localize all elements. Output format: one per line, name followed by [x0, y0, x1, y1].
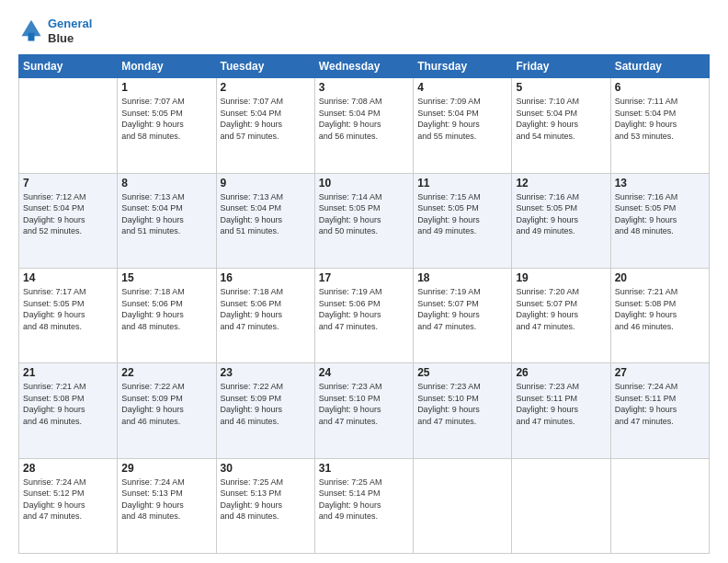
day-info: Sunrise: 7:19 AM Sunset: 5:07 PM Dayligh…	[417, 286, 507, 332]
day-number: 3	[319, 81, 409, 94]
calendar-cell: 28Sunrise: 7:24 AM Sunset: 5:12 PM Dayli…	[19, 458, 118, 553]
day-info: Sunrise: 7:23 AM Sunset: 5:10 PM Dayligh…	[319, 381, 409, 427]
day-number: 17	[319, 271, 409, 284]
header-col-sunday: Sunday	[19, 55, 118, 78]
day-info: Sunrise: 7:24 AM Sunset: 5:13 PM Dayligh…	[121, 477, 211, 523]
calendar-cell: 5Sunrise: 7:10 AM Sunset: 5:04 PM Daylig…	[512, 78, 610, 173]
calendar-cell: 30Sunrise: 7:25 AM Sunset: 5:13 PM Dayli…	[216, 458, 314, 553]
calendar-table: SundayMondayTuesdayWednesdayThursdayFrid…	[18, 54, 710, 554]
calendar-cell: 6Sunrise: 7:11 AM Sunset: 5:04 PM Daylig…	[610, 78, 709, 173]
day-number: 11	[417, 177, 507, 190]
day-number: 16	[221, 271, 311, 284]
header-col-monday: Monday	[118, 55, 216, 78]
day-info: Sunrise: 7:22 AM Sunset: 5:09 PM Dayligh…	[221, 381, 311, 427]
day-number: 30	[221, 462, 311, 475]
day-info: Sunrise: 7:11 AM Sunset: 5:04 PM Dayligh…	[615, 96, 705, 142]
day-info: Sunrise: 7:24 AM Sunset: 5:11 PM Dayligh…	[615, 381, 705, 427]
calendar-cell: 29Sunrise: 7:24 AM Sunset: 5:13 PM Dayli…	[118, 458, 216, 553]
day-number: 29	[121, 462, 211, 475]
day-number: 5	[516, 81, 606, 94]
day-number: 21	[23, 366, 113, 379]
calendar-cell: 22Sunrise: 7:22 AM Sunset: 5:09 PM Dayli…	[118, 363, 216, 458]
day-number: 22	[121, 366, 211, 379]
day-number: 4	[417, 81, 507, 94]
calendar-cell: 14Sunrise: 7:17 AM Sunset: 5:05 PM Dayli…	[19, 268, 118, 362]
header-col-saturday: Saturday	[610, 55, 709, 78]
day-number: 20	[615, 271, 705, 284]
day-info: Sunrise: 7:08 AM Sunset: 5:04 PM Dayligh…	[319, 96, 409, 142]
week-row-5: 28Sunrise: 7:24 AM Sunset: 5:12 PM Dayli…	[19, 458, 710, 553]
week-row-3: 14Sunrise: 7:17 AM Sunset: 5:05 PM Dayli…	[19, 268, 710, 362]
calendar-cell: 16Sunrise: 7:18 AM Sunset: 5:06 PM Dayli…	[216, 268, 314, 362]
day-info: Sunrise: 7:20 AM Sunset: 5:07 PM Dayligh…	[516, 286, 606, 332]
calendar-cell: 7Sunrise: 7:12 AM Sunset: 5:04 PM Daylig…	[19, 173, 118, 268]
day-number: 7	[23, 177, 113, 190]
day-info: Sunrise: 7:07 AM Sunset: 5:05 PM Dayligh…	[121, 96, 211, 142]
calendar-cell: 20Sunrise: 7:21 AM Sunset: 5:08 PM Dayli…	[610, 268, 709, 362]
day-number: 2	[221, 81, 311, 94]
day-number: 28	[23, 462, 113, 475]
calendar-cell: 11Sunrise: 7:15 AM Sunset: 5:05 PM Dayli…	[414, 173, 512, 268]
day-number: 8	[121, 177, 211, 190]
calendar-cell: 10Sunrise: 7:14 AM Sunset: 5:05 PM Dayli…	[314, 173, 413, 268]
day-number: 9	[221, 177, 311, 190]
day-info: Sunrise: 7:07 AM Sunset: 5:04 PM Dayligh…	[221, 96, 311, 142]
calendar-cell: 24Sunrise: 7:23 AM Sunset: 5:10 PM Dayli…	[314, 363, 413, 458]
day-info: Sunrise: 7:12 AM Sunset: 5:04 PM Dayligh…	[23, 191, 113, 237]
day-number: 31	[319, 462, 409, 475]
calendar-cell: 3Sunrise: 7:08 AM Sunset: 5:04 PM Daylig…	[314, 78, 413, 173]
day-info: Sunrise: 7:25 AM Sunset: 5:13 PM Dayligh…	[221, 477, 311, 523]
day-info: Sunrise: 7:09 AM Sunset: 5:04 PM Dayligh…	[417, 96, 507, 142]
page: GeneralBlue SundayMondayTuesdayWednesday…	[0, 0, 728, 563]
logo: GeneralBlue	[18, 17, 92, 45]
day-number: 10	[319, 177, 409, 190]
calendar-cell	[610, 458, 709, 553]
calendar-cell: 19Sunrise: 7:20 AM Sunset: 5:07 PM Dayli…	[512, 268, 610, 362]
day-number: 25	[417, 366, 507, 379]
day-info: Sunrise: 7:25 AM Sunset: 5:14 PM Dayligh…	[319, 477, 409, 523]
day-info: Sunrise: 7:14 AM Sunset: 5:05 PM Dayligh…	[319, 191, 409, 237]
calendar-cell: 4Sunrise: 7:09 AM Sunset: 5:04 PM Daylig…	[414, 78, 512, 173]
calendar-header-row: SundayMondayTuesdayWednesdayThursdayFrid…	[19, 55, 710, 78]
calendar-cell	[512, 458, 610, 553]
calendar-cell: 31Sunrise: 7:25 AM Sunset: 5:14 PM Dayli…	[314, 458, 413, 553]
day-info: Sunrise: 7:18 AM Sunset: 5:06 PM Dayligh…	[121, 286, 211, 332]
day-number: 27	[615, 366, 705, 379]
day-number: 26	[516, 366, 606, 379]
day-info: Sunrise: 7:17 AM Sunset: 5:05 PM Dayligh…	[23, 286, 113, 332]
calendar-cell: 26Sunrise: 7:23 AM Sunset: 5:11 PM Dayli…	[512, 363, 610, 458]
day-number: 19	[516, 271, 606, 284]
day-number: 14	[23, 271, 113, 284]
day-info: Sunrise: 7:15 AM Sunset: 5:05 PM Dayligh…	[417, 191, 507, 237]
day-info: Sunrise: 7:13 AM Sunset: 5:04 PM Dayligh…	[121, 191, 211, 237]
week-row-2: 7Sunrise: 7:12 AM Sunset: 5:04 PM Daylig…	[19, 173, 710, 268]
calendar-cell: 23Sunrise: 7:22 AM Sunset: 5:09 PM Dayli…	[216, 363, 314, 458]
calendar-cell: 8Sunrise: 7:13 AM Sunset: 5:04 PM Daylig…	[118, 173, 216, 268]
day-info: Sunrise: 7:23 AM Sunset: 5:11 PM Dayligh…	[516, 381, 606, 427]
calendar-cell: 21Sunrise: 7:21 AM Sunset: 5:08 PM Dayli…	[19, 363, 118, 458]
calendar-cell: 1Sunrise: 7:07 AM Sunset: 5:05 PM Daylig…	[118, 78, 216, 173]
day-number: 12	[516, 177, 606, 190]
calendar-cell: 9Sunrise: 7:13 AM Sunset: 5:04 PM Daylig…	[216, 173, 314, 268]
calendar-cell: 15Sunrise: 7:18 AM Sunset: 5:06 PM Dayli…	[118, 268, 216, 362]
calendar-cell: 13Sunrise: 7:16 AM Sunset: 5:05 PM Dayli…	[610, 173, 709, 268]
day-number: 18	[417, 271, 507, 284]
day-number: 24	[319, 366, 409, 379]
day-number: 13	[615, 177, 705, 190]
calendar-cell: 17Sunrise: 7:19 AM Sunset: 5:06 PM Dayli…	[314, 268, 413, 362]
day-info: Sunrise: 7:13 AM Sunset: 5:04 PM Dayligh…	[221, 191, 311, 237]
day-info: Sunrise: 7:18 AM Sunset: 5:06 PM Dayligh…	[221, 286, 311, 332]
day-info: Sunrise: 7:23 AM Sunset: 5:10 PM Dayligh…	[417, 381, 507, 427]
header-col-friday: Friday	[512, 55, 610, 78]
calendar-cell	[19, 78, 118, 173]
calendar-cell: 12Sunrise: 7:16 AM Sunset: 5:05 PM Dayli…	[512, 173, 610, 268]
day-info: Sunrise: 7:21 AM Sunset: 5:08 PM Dayligh…	[615, 286, 705, 332]
calendar-cell: 2Sunrise: 7:07 AM Sunset: 5:04 PM Daylig…	[216, 78, 314, 173]
day-info: Sunrise: 7:24 AM Sunset: 5:12 PM Dayligh…	[23, 477, 113, 523]
calendar-cell: 25Sunrise: 7:23 AM Sunset: 5:10 PM Dayli…	[414, 363, 512, 458]
header: GeneralBlue	[18, 17, 710, 45]
day-info: Sunrise: 7:16 AM Sunset: 5:05 PM Dayligh…	[615, 191, 705, 237]
svg-rect-2	[28, 32, 35, 40]
header-col-thursday: Thursday	[414, 55, 512, 78]
day-number: 1	[121, 81, 211, 94]
